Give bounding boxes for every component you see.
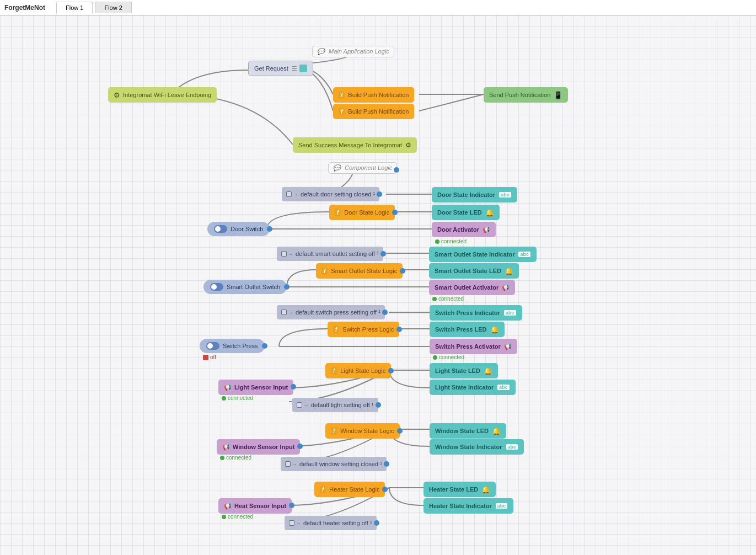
abc-badge-outlet: abc [518,251,531,258]
window-logic-dot [397,428,403,434]
window-sensor-input-node[interactable]: 📢 Window Sensor Input [217,439,300,455]
smart-outlet-state-indicator-node[interactable]: Smart Outlet State Indicator abc [429,247,537,262]
function-icon-window: f [331,428,337,435]
door-connected-label: connected [435,238,467,244]
window-sensor-connected-label: connected [220,455,251,461]
sensor-icon-window: 📢 [222,444,230,451]
light-sensor-connected-label: connected [222,395,253,401]
smart-outlet-switch-node[interactable]: Smart Outlet Switch [203,280,287,294]
integromat-icon: ⚙ [114,91,120,99]
default-window-dot [384,461,389,467]
window-state-indicator-node[interactable]: Window State Indicator abc [430,439,524,455]
smart-outlet-state-logic-node[interactable]: f Smart Outlet State Logic [316,263,403,279]
send-success-node[interactable]: Send Success Message To Integromat ⚙ [293,137,417,153]
switch-press-node[interactable]: Switch Press [200,339,265,353]
main-application-logic-node[interactable]: 💬 Main Application Logic [312,46,394,57]
bell-badge-heater: 🔔 [481,485,490,494]
door-switch-node[interactable]: Door Switch [207,222,270,236]
default-switch-press-node[interactable]: → default switch press setting off ¹ [277,305,385,319]
build-push-2-node[interactable]: f Build Push Notification [333,104,414,119]
bell-badge-window: 🔔 [492,427,501,435]
activator-icon-outlet: 📢 [502,284,510,291]
function-icon-outlet: f [321,268,328,275]
light-state-logic-node[interactable]: f Light State Logic [325,363,391,378]
default-door-dot [377,191,382,197]
bell-badge-light: 🔔 [484,367,492,375]
switch-press-off-label: off [203,354,216,360]
door-state-logic-node[interactable]: f Door State Logic [329,205,395,220]
app-title: ForgetMeNot [4,4,45,12]
switch-toggle-press-icon [206,342,219,350]
switch-default-icon-4: → [297,402,309,408]
bell-badge: 🔔 [485,209,494,217]
function-icon-switch: f [333,326,339,333]
switch-toggle-icon [214,225,227,233]
send-push-node[interactable]: Send Push Notification 📱 [484,87,568,103]
light-sensor-dot [291,384,296,389]
door-logic-dot [392,210,398,215]
canvas: 💬 Main Application Logic Get Request ☰ ⚙… [0,15,756,555]
light-state-indicator-node[interactable]: Light State Indicator abc [430,380,516,395]
switch-press-dot [262,343,267,349]
heat-sensor-connected-label: connected [222,514,253,520]
window-state-logic-node[interactable]: f Window State Logic [325,423,400,439]
switch-default-icon-5: → [285,461,297,467]
default-heater-dot [374,520,379,526]
outlet-logic-dot [400,268,405,274]
app-header: ForgetMeNot Flow 1 Flow 2 [0,0,756,15]
tab-flow1[interactable]: Flow 1 [56,2,93,14]
abc-badge: abc [498,191,512,198]
switch-press-logic-node[interactable]: f Switch Press Logic [328,322,399,337]
switch-press-activator-node[interactable]: Switch Press Activator 📢 [430,339,517,354]
function-icon: f [339,92,345,99]
default-smart-outlet-node[interactable]: → default smart outlet setting off ¹ [277,247,383,261]
light-state-led-node[interactable]: Light State LED 🔔 [430,363,498,378]
heat-sensor-input-node[interactable]: 📢 Heat Sensor Input [218,498,292,514]
switch-press-led-node[interactable]: Switch Press LED 🔔 [430,322,505,337]
smart-outlet-state-led-node[interactable]: Smart Outlet State LED 🔔 [429,263,519,279]
bell-badge-outlet: 🔔 [505,267,513,275]
function-icon-2: f [339,108,345,115]
tab-flow2[interactable]: Flow 2 [95,2,131,13]
default-switch-dot [382,309,388,315]
light-sensor-input-node[interactable]: 📢 Light Sensor Input [218,380,293,395]
outlet-connected-label: connected [432,296,464,302]
heater-state-led-node[interactable]: Heater State LED 🔔 [423,482,496,497]
switch-press-connected-label: connected [433,354,464,360]
outlet-switch-dot [284,284,289,290]
default-light-dot [376,402,381,408]
heat-sensor-dot [289,503,294,508]
get-request-node[interactable]: Get Request ☰ [248,61,313,76]
abc-badge-switch: abc [503,309,517,316]
success-icon: ⚙ [405,141,411,149]
window-sensor-dot [297,444,303,449]
sensor-icon-light: 📢 [224,384,232,391]
function-icon-heater: f [320,486,326,493]
default-light-node[interactable]: → default light setting off ¹ [292,398,378,412]
send-icon: 📱 [554,91,562,99]
list-icon: ☰ [292,65,297,72]
component-logic-dot [394,167,399,173]
default-heater-node[interactable]: → default heater setting off ¹ [285,516,377,530]
door-activator-node[interactable]: Door Activator 📢 [432,222,496,237]
build-push-1-node[interactable]: f Build Push Notification [333,87,414,103]
default-outlet-dot [380,251,386,257]
component-logic-node[interactable]: 💬 Component Logic [328,162,397,174]
abc-badge-heater: abc [495,503,508,509]
heater-state-indicator-node[interactable]: Heater State Indicator abc [423,498,513,514]
switch-default-icon: → [286,191,298,198]
switch-press-indicator-node[interactable]: Switch Press Indicator abc [430,305,522,321]
default-door-node[interactable]: → default door setting closed ¹ [282,187,379,201]
door-state-led-node[interactable]: Door State LED 🔔 [432,205,500,220]
integromat-node[interactable]: ⚙ Integromat WiFi Leave Endpoing [108,87,217,103]
window-state-led-node[interactable]: Window State LED 🔔 [430,423,506,439]
default-window-node[interactable]: → default window setting closed ¹ [281,457,387,471]
abc-badge-light: abc [497,384,510,391]
bell-badge-switch: 🔔 [490,325,499,334]
heater-state-logic-node[interactable]: f Heater State Logic [314,482,385,497]
smart-outlet-activator-node[interactable]: Smart Outlet Activator 📢 [429,280,515,295]
switch-default-icon-6: → [289,520,301,526]
activator-icon-switch: 📢 [504,343,512,350]
door-state-indicator-node[interactable]: Door State Indicator abc [432,187,517,202]
switch-logic-dot [396,327,402,332]
